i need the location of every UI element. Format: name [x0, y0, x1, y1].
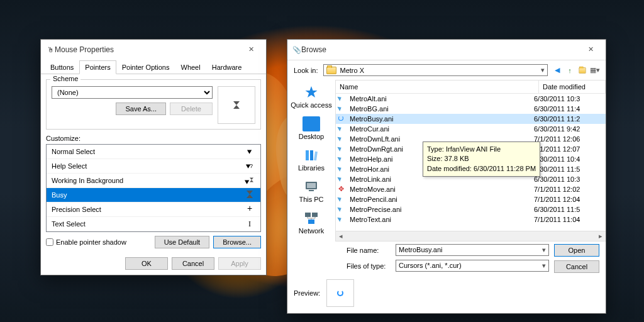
- horizontal-scrollbar[interactable]: ◂ ▸: [336, 231, 606, 241]
- use-default-button[interactable]: Use Default: [155, 236, 209, 248]
- cursor-row[interactable]: Text SelectI: [47, 217, 260, 231]
- file-name: MetroAlt.ani: [350, 95, 387, 103]
- file-icon: [338, 135, 347, 143]
- file-name: MetroMove.ani: [350, 186, 396, 193]
- ok-button[interactable]: OK: [125, 257, 168, 270]
- file-row[interactable]: MetroBusy.ani6/30/2011 11:2: [336, 114, 606, 124]
- file-date: 7/1/2011 12:06: [534, 135, 603, 143]
- tab-buttons[interactable]: Buttons: [45, 60, 79, 74]
- desktop-icon: [303, 116, 320, 131]
- look-in-dropdown[interactable]: Metro X ▾: [323, 64, 548, 76]
- views-icon[interactable]: ▦▾: [591, 66, 599, 75]
- tab-pointer-options[interactable]: Pointer Options: [116, 60, 175, 74]
- close-button[interactable]: ✕: [580, 43, 601, 56]
- cursor-preview-icon: [244, 176, 255, 185]
- col-name[interactable]: Name: [336, 80, 539, 93]
- file-row[interactable]: MetroText.ani7/1/2011 11:04: [336, 214, 606, 225]
- place-this-pc[interactable]: This PC: [287, 177, 335, 206]
- scheme-dropdown[interactable]: (None): [52, 86, 213, 99]
- place-libraries[interactable]: Libraries: [287, 145, 335, 174]
- libraries-icon: [303, 148, 320, 163]
- file-row[interactable]: MetroAlt.ani6/30/2011 10:3: [336, 94, 606, 104]
- file-row[interactable]: ✥MetroMove.ani7/1/2011 12:02: [336, 184, 606, 194]
- cursor-preview-icon: +: [244, 205, 255, 214]
- file-date: 7/1/2011 12:07: [534, 145, 603, 153]
- file-name-input[interactable]: MetroBusy.ani ▾: [396, 244, 549, 256]
- svg-rect-2: [314, 152, 318, 160]
- up-icon[interactable]: ↑: [565, 66, 574, 75]
- place-quick-access[interactable]: Quick access: [287, 82, 335, 111]
- file-name: MetroBusy.ani: [350, 115, 394, 123]
- svg-rect-6: [305, 213, 311, 217]
- file-name: MetroBG.ani: [350, 105, 389, 113]
- cancel-button[interactable]: Cancel: [172, 257, 214, 270]
- tab-pointers[interactable]: Pointers: [79, 60, 116, 74]
- file-date: 6/30/2011 11:5: [534, 206, 603, 213]
- enable-shadow-checkbox[interactable]: Enable pointer shadow: [46, 238, 126, 246]
- files-of-type-label: Files of type:: [347, 262, 391, 270]
- place-desktop[interactable]: Desktop: [287, 114, 335, 143]
- apply-button: Apply: [218, 257, 261, 270]
- cursor-row[interactable]: Working In Background: [47, 174, 260, 188]
- cursor-preview-icon: [244, 147, 255, 156]
- open-button[interactable]: Open: [554, 244, 599, 257]
- browse-button[interactable]: Browse...: [213, 236, 261, 248]
- cursor-row[interactable]: Busy: [47, 188, 260, 203]
- cursor-row[interactable]: Normal Select: [47, 145, 260, 159]
- file-name: MetroPrecise.ani: [350, 206, 402, 213]
- file-name: MetroHelp.ani: [350, 155, 392, 163]
- hourglass-icon: [233, 101, 240, 109]
- delete-button: Delete: [170, 103, 213, 115]
- scroll-left-icon[interactable]: ◂: [336, 232, 346, 240]
- file-name: MetroDwnLft.ani: [350, 135, 400, 143]
- star-icon: [303, 85, 320, 100]
- dialog-buttons: OK Cancel Apply: [41, 252, 266, 275]
- cursor-row[interactable]: Help Select?: [47, 159, 260, 174]
- mouse-icon: 🖱: [46, 45, 55, 54]
- place-network[interactable]: Network: [287, 208, 335, 237]
- file-name: MetroPencil.ani: [350, 196, 397, 203]
- preview-box: [326, 279, 354, 307]
- file-name: MetroCur.ani: [350, 125, 389, 133]
- file-row[interactable]: MetroCur.ani6/30/2011 9:42: [336, 124, 606, 134]
- file-date: 6/30/2011 9:42: [534, 125, 603, 133]
- file-row[interactable]: MetroPencil.ani7/1/2011 12:04: [336, 194, 606, 204]
- tab-strip: Buttons Pointers Pointer Options Wheel H…: [41, 60, 266, 74]
- new-folder-icon[interactable]: [578, 66, 587, 75]
- titlebar[interactable]: 📎 Browse ✕: [287, 40, 606, 60]
- svg-rect-8: [308, 219, 314, 224]
- cursor-name: Normal Select: [52, 148, 95, 155]
- file-date: 6/30/2011 11:2: [534, 115, 603, 123]
- cursor-listbox[interactable]: Normal SelectHelp Select?Working In Back…: [46, 144, 261, 232]
- cursor-name: Working In Background: [52, 177, 123, 184]
- customize-label: Customize:: [46, 135, 261, 142]
- window-title: Mouse Properties: [55, 45, 241, 54]
- file-icon: [338, 165, 347, 174]
- window-title: Browse: [301, 45, 580, 54]
- file-icon: [338, 104, 347, 113]
- preview-label: Preview:: [294, 289, 320, 297]
- svg-rect-0: [306, 150, 309, 160]
- cursor-name: Busy: [52, 191, 67, 199]
- cursor-row[interactable]: Precision Select+: [47, 203, 260, 217]
- cursor-preview-icon: I: [244, 219, 255, 228]
- chevron-down-icon: ▾: [541, 66, 545, 74]
- back-icon[interactable]: ◀: [553, 66, 562, 75]
- save-as-button[interactable]: Save As...: [116, 103, 166, 115]
- enable-shadow-input[interactable]: [46, 238, 53, 246]
- cursor-name: Precision Select: [52, 206, 101, 213]
- file-icon: [338, 175, 347, 184]
- tab-wheel[interactable]: Wheel: [175, 60, 206, 74]
- scheme-preview: [218, 86, 255, 124]
- file-row[interactable]: MetroBG.ani6/30/2011 11:4: [336, 104, 606, 114]
- files-of-type-dropdown[interactable]: Cursors (*.ani, *.cur) ▾: [396, 260, 549, 272]
- close-button[interactable]: ✕: [241, 43, 261, 56]
- scroll-right-icon[interactable]: ▸: [596, 232, 606, 240]
- scheme-label: Scheme: [50, 75, 80, 82]
- tab-hardware[interactable]: Hardware: [206, 60, 248, 74]
- titlebar[interactable]: 🖱 Mouse Properties ✕: [41, 40, 266, 60]
- cancel-button[interactable]: Cancel: [554, 260, 599, 273]
- file-row[interactable]: MetroPrecise.ani6/30/2011 11:5: [336, 204, 606, 214]
- col-date[interactable]: Date modified: [539, 80, 606, 93]
- file-date: 6/30/2011 10:3: [534, 95, 603, 103]
